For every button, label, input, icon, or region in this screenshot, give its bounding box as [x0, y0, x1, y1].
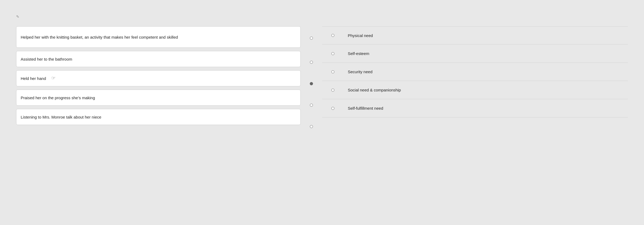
matching-area: Helped her with the knitting basket, an … — [16, 26, 628, 139]
left-dot-row-2 — [310, 53, 313, 71]
instruction-text — [16, 14, 628, 19]
question-container: Helped her with the knitting basket, an … — [16, 14, 628, 139]
left-item-5[interactable]: Listening to Mrs. Monroe talk about her … — [16, 109, 301, 125]
left-dot-row-1 — [310, 26, 313, 50]
right-dot-1[interactable] — [331, 34, 334, 37]
left-dot-row-3 — [310, 75, 313, 93]
left-connectors — [301, 26, 322, 139]
right-labels-column: Physical needSelf-esteemSecurity needSoc… — [344, 26, 628, 117]
left-dot-2[interactable] — [310, 61, 313, 64]
right-dot-row-1 — [322, 26, 344, 45]
left-dot-4[interactable] — [310, 104, 313, 107]
left-dot-row-5 — [310, 117, 313, 136]
right-dot-row-5 — [322, 99, 344, 117]
right-label-5[interactable]: Self-fulfillment need — [344, 99, 628, 117]
left-dot-3[interactable] — [310, 82, 313, 85]
left-item-2[interactable]: Assisted her to the bathroom — [16, 51, 301, 67]
left-item-1[interactable]: Helped her with the knitting basket, an … — [16, 26, 301, 48]
right-label-2[interactable]: Self-esteem — [344, 45, 628, 63]
right-dots-column — [322, 26, 344, 117]
right-dot-5[interactable] — [331, 107, 334, 110]
left-item-4[interactable]: Praised her on the progress she’s making — [16, 90, 301, 106]
right-dot-4[interactable] — [331, 88, 334, 92]
drag-cursor-icon: ☞ — [51, 75, 56, 82]
left-dot-row-4 — [310, 96, 313, 114]
right-label-1[interactable]: Physical need — [344, 26, 628, 45]
right-dot-3[interactable] — [331, 70, 334, 73]
right-dot-2[interactable] — [331, 52, 334, 55]
right-dot-row-3 — [322, 63, 344, 81]
right-dot-row-4 — [322, 81, 344, 99]
right-label-4[interactable]: Social need & companionship — [344, 81, 628, 99]
left-dot-1[interactable] — [310, 36, 313, 40]
right-label-3[interactable]: Security need — [344, 63, 628, 81]
left-dot-5[interactable] — [310, 125, 313, 128]
left-item-3[interactable]: Held her hand☞ — [16, 70, 301, 86]
left-column: Helped her with the knitting basket, an … — [16, 26, 301, 125]
right-dot-row-2 — [322, 45, 344, 63]
